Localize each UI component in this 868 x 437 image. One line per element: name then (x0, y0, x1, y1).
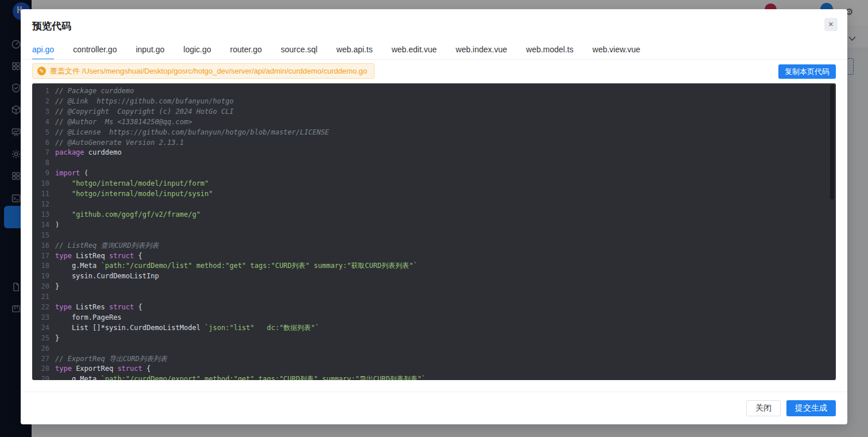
close-icon[interactable]: × (824, 18, 838, 31)
line-number: 7 (37, 148, 49, 158)
code-line: 19 sysin.CurdDemoListInp (32, 271, 836, 282)
code-line: 11 "hotgo/internal/model/input/sysin" (32, 189, 836, 200)
line-number: 29 (37, 374, 49, 380)
code-editor[interactable]: 1// Package curddemo2// @Link https://gi… (32, 83, 836, 380)
code-line: 8 (32, 158, 836, 168)
line-number: 8 (37, 158, 49, 168)
line-number: 22 (37, 302, 49, 313)
code-line: 27// ExportReq 导出CURD列表列表 (32, 354, 836, 365)
code-line: 17type ListReq struct { (32, 251, 836, 262)
code-line: 13 "github.com/gogf/gf/v2/frame/g" (32, 210, 836, 220)
line-number: 6 (37, 138, 49, 148)
code-line: 24 List []*sysin.CurdDemoListModel `json… (32, 323, 836, 334)
code-line: 23 form.PageRes (32, 313, 836, 323)
tab-router.go[interactable]: router.go (230, 45, 262, 60)
code-line: 28type ExportReq struct { (32, 364, 836, 374)
code-line: 15 (32, 231, 836, 241)
line-number: 1 (37, 86, 49, 97)
line-number: 26 (37, 344, 49, 354)
line-number: 4 (37, 117, 49, 128)
code-line: 21 (32, 292, 836, 302)
divider (21, 59, 847, 60)
code-line: 2// @Link https://github.com/bufanyun/ho… (32, 97, 836, 107)
preview-code-modal: 预览代码 × api.gocontroller.goinput.gologic.… (21, 9, 847, 424)
close-button[interactable]: 关闭 (746, 400, 781, 416)
line-number: 18 (37, 261, 49, 271)
code-line: 26 (32, 344, 836, 354)
line-number: 14 (37, 220, 49, 231)
line-number: 10 (37, 179, 49, 189)
line-number: 2 (37, 97, 49, 107)
line-number: 27 (37, 354, 49, 365)
line-number: 12 (37, 200, 49, 210)
tab-controller.go[interactable]: controller.go (73, 45, 117, 60)
tab-source.sql[interactable]: source.sql (281, 45, 318, 60)
code-line: 25} (32, 334, 836, 344)
code-line: 7package curddemo (32, 148, 836, 158)
line-number: 17 (37, 251, 49, 262)
code-lines: 1// Package curddemo2// @Link https://gi… (32, 86, 836, 380)
tab-input.go[interactable]: input.go (136, 45, 164, 60)
line-number: 20 (37, 282, 49, 292)
code-line: 22type ListRes struct { (32, 302, 836, 313)
scrollbar-thumb[interactable] (830, 85, 834, 200)
file-tabs: api.gocontroller.goinput.gologic.goroute… (32, 45, 813, 60)
overwrite-notice: ✎ 覆盖文件 /Users/mengshuai/Desktop/gosrc/ho… (32, 63, 375, 79)
line-number: 5 (37, 128, 49, 138)
code-line: 18 g.Meta `path:"/curdDemo/list" method:… (32, 261, 836, 271)
line-number: 21 (37, 292, 49, 302)
code-line: 29 g.Meta `path:"/curdDemo/export" metho… (32, 374, 836, 380)
overwrite-notice-text: 覆盖文件 /Users/mengshuai/Desktop/gosrc/hotg… (50, 66, 367, 76)
tab-web.view.vue[interactable]: web.view.vue (592, 45, 640, 60)
code-line: 5// @License https://github.com/bufanyun… (32, 128, 836, 138)
modal-footer: 关闭 提交生成 (21, 392, 836, 424)
tab-web.api.ts[interactable]: web.api.ts (337, 45, 373, 60)
tab-web.edit.vue[interactable]: web.edit.vue (392, 45, 437, 60)
tab-web.model.ts[interactable]: web.model.ts (526, 45, 573, 60)
line-number: 28 (37, 364, 49, 374)
line-number: 16 (37, 241, 49, 251)
modal-title: 预览代码 (32, 20, 71, 33)
code-line: 9import ( (32, 168, 836, 179)
code-line: 1// Package curddemo (32, 86, 836, 97)
tab-logic.go[interactable]: logic.go (183, 45, 211, 60)
line-number: 25 (37, 334, 49, 344)
code-line: 12 (32, 200, 836, 210)
code-line: 14) (32, 220, 836, 231)
line-number: 24 (37, 323, 49, 334)
code-line: 6// @AutoGenerate Version 2.13.1 (32, 138, 836, 148)
line-number: 19 (37, 271, 49, 282)
code-line: 16// ListReq 查询CURD列表列表 (32, 241, 836, 251)
submit-generate-button[interactable]: 提交生成 (786, 400, 836, 416)
tab-api.go[interactable]: api.go (32, 45, 54, 60)
line-number: 3 (37, 107, 49, 117)
line-number: 13 (37, 210, 49, 220)
line-number: 15 (37, 231, 49, 241)
line-number: 11 (37, 189, 49, 200)
code-line: 20} (32, 282, 836, 292)
code-line: 10 "hotgo/internal/model/input/form" (32, 179, 836, 189)
line-number: 23 (37, 313, 49, 323)
line-number: 9 (37, 168, 49, 179)
code-line: 3// @Copyright Copyright (c) 2024 HotGo … (32, 107, 836, 117)
tab-web.index.vue[interactable]: web.index.vue (456, 45, 507, 60)
code-line: 4// @Author Ms <133814250@qq.com> (32, 117, 836, 128)
copy-page-code-button[interactable]: 复制本页代码 (778, 64, 836, 79)
edit-icon: ✎ (37, 67, 46, 75)
